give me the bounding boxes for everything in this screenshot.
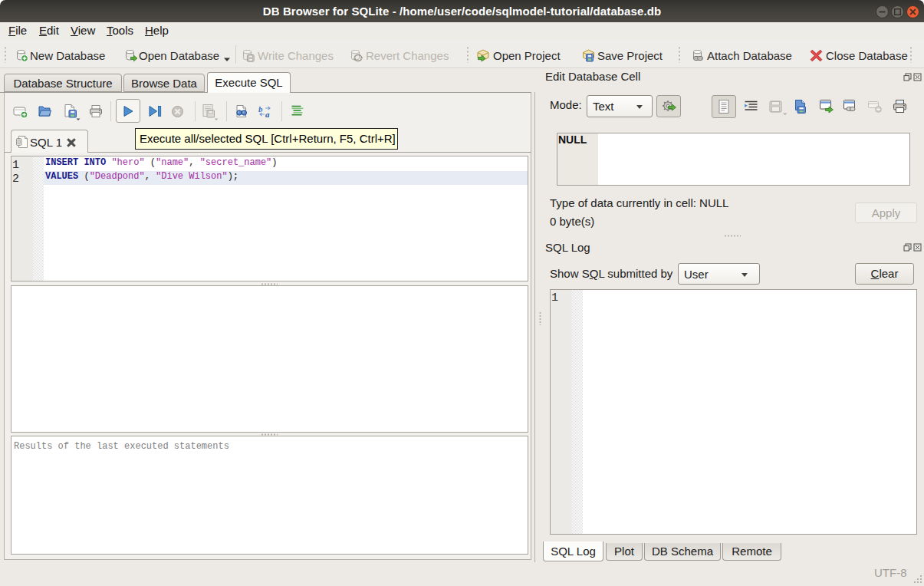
svg-text:a: a	[265, 110, 270, 119]
svg-text:b: b	[258, 104, 263, 114]
